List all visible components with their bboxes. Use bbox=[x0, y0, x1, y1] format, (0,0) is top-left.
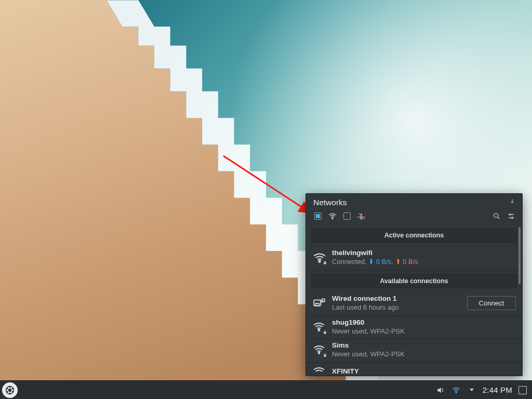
wifi-icon bbox=[312, 365, 327, 376]
connection-sub: Last used 6 hours ago bbox=[332, 303, 462, 312]
connection-text: XFINITY bbox=[332, 367, 516, 376]
svg-rect-10 bbox=[316, 303, 320, 305]
system-tray: 2:44 PM bbox=[436, 385, 527, 395]
networks-popup: Networks Active connections bbox=[305, 193, 523, 376]
networking-toggle[interactable] bbox=[313, 211, 323, 221]
wired-toggle[interactable] bbox=[342, 211, 352, 221]
taskbar: 2:44 PM bbox=[0, 380, 532, 399]
svg-point-21 bbox=[7, 391, 8, 392]
network-tray-icon[interactable] bbox=[451, 385, 461, 395]
svg-rect-9 bbox=[314, 300, 321, 305]
svg-point-14 bbox=[318, 352, 320, 354]
connection-text: shug1960 Never used, WPA2-PSK bbox=[332, 318, 516, 336]
pin-icon[interactable] bbox=[509, 198, 516, 207]
svg-point-20 bbox=[9, 393, 10, 394]
lock-icon bbox=[322, 352, 328, 358]
ethernet-icon bbox=[312, 296, 327, 311]
available-connection-row[interactable]: Sims Never used, WPA2-PSK bbox=[306, 339, 522, 362]
connection-status: Connected, ⬇ 0 B/s, ⬆ 0 B/s bbox=[332, 258, 516, 266]
svg-point-2 bbox=[494, 214, 498, 218]
section-available-connections: Available connections bbox=[311, 274, 517, 288]
show-desktop-button[interactable] bbox=[518, 386, 527, 394]
popup-toolbar bbox=[306, 209, 522, 225]
svg-point-1 bbox=[332, 218, 333, 219]
connection-name: Wired connection 1 bbox=[332, 295, 462, 303]
connection-text: Sims Never used, WPA2-PSK bbox=[332, 341, 516, 358]
scrollbar-thumb[interactable] bbox=[518, 227, 521, 284]
connection-sub: Never used, WPA2-PSK bbox=[332, 327, 516, 336]
airplane-mode-icon[interactable] bbox=[357, 211, 366, 221]
popup-title: Networks bbox=[313, 198, 509, 207]
svg-point-13 bbox=[318, 329, 320, 331]
connections-body: Active connections thelivingwifi Connect… bbox=[306, 225, 522, 376]
lock-icon bbox=[322, 329, 328, 336]
tray-expand-icon[interactable] bbox=[467, 385, 476, 395]
wifi-icon[interactable] bbox=[328, 211, 337, 221]
svg-point-6 bbox=[510, 214, 511, 215]
start-button[interactable] bbox=[2, 382, 18, 398]
svg-point-8 bbox=[318, 260, 320, 262]
svg-point-17 bbox=[9, 386, 10, 387]
connection-text: thelivingwifi Connected, ⬇ 0 B/s, ⬆ 0 B/… bbox=[332, 249, 516, 266]
available-connection-row[interactable]: shug1960 Never used, WPA2-PSK bbox=[306, 316, 522, 339]
wifi-secured-icon bbox=[312, 343, 327, 357]
svg-point-19 bbox=[12, 391, 13, 392]
lock-icon bbox=[322, 260, 328, 266]
svg-line-3 bbox=[498, 217, 499, 219]
wifi-secured-icon bbox=[312, 320, 327, 335]
popup-header: Networks bbox=[306, 194, 522, 209]
svg-point-16 bbox=[9, 389, 11, 391]
available-connection-row[interactable]: XFINITY bbox=[306, 363, 522, 376]
connection-name: XFINITY bbox=[332, 367, 516, 376]
connection-sub: Never used, WPA2-PSK bbox=[332, 350, 516, 358]
clock[interactable]: 2:44 PM bbox=[483, 385, 512, 394]
connection-text: Wired connection 1 Last used 6 hours ago bbox=[332, 295, 462, 312]
connection-name: thelivingwifi bbox=[332, 249, 516, 258]
wifi-secured-icon bbox=[312, 250, 327, 265]
available-connection-row[interactable]: Wired connection 1 Last used 6 hours ago… bbox=[306, 291, 522, 316]
svg-point-23 bbox=[456, 392, 457, 393]
settings-sliders-icon[interactable] bbox=[507, 211, 516, 221]
connection-name: Sims bbox=[332, 341, 516, 350]
svg-point-18 bbox=[12, 388, 13, 389]
search-icon[interactable] bbox=[492, 211, 501, 221]
connect-button[interactable]: Connect bbox=[467, 296, 516, 310]
svg-point-22 bbox=[7, 388, 8, 389]
connection-name: shug1960 bbox=[332, 318, 516, 327]
active-connection-row[interactable]: thelivingwifi Connected, ⬇ 0 B/s, ⬆ 0 B/… bbox=[306, 246, 522, 271]
section-active-connections: Active connections bbox=[311, 228, 517, 243]
svg-point-7 bbox=[512, 217, 513, 219]
volume-icon[interactable] bbox=[436, 385, 445, 395]
